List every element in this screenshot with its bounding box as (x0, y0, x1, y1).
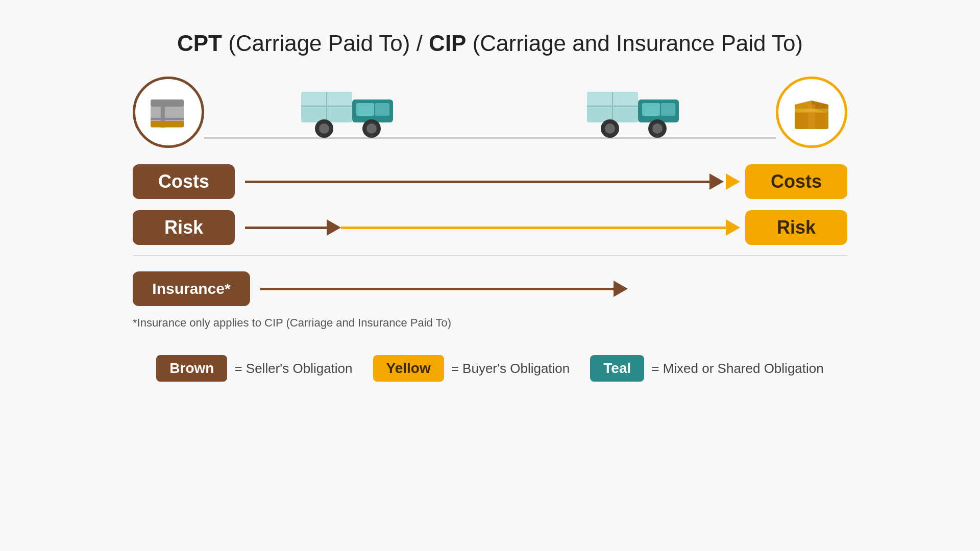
svg-rect-10 (356, 103, 374, 116)
title-cip: CIP (429, 31, 466, 56)
legend-brown-box: Brown (156, 355, 227, 382)
insurance-arrow-row: Insurance* (133, 270, 847, 307)
legend-yellow-box: Yellow (373, 355, 444, 382)
svg-rect-2 (151, 118, 184, 120)
risk-right-label: Risk (745, 210, 847, 245)
legend-brown-desc: = Seller's Obligation (234, 361, 352, 377)
risk-line-yellow (341, 227, 726, 229)
title-cip-desc: (Carriage and Insurance Paid To) (466, 31, 803, 56)
costs-line-brown (245, 181, 709, 183)
page-title: CPT (Carriage Paid To) / CIP (Carriage a… (177, 31, 803, 56)
icon-row (133, 77, 847, 148)
svg-point-26 (652, 123, 663, 134)
costs-left-label: Costs (133, 164, 235, 199)
truck-right-icon (582, 82, 684, 143)
main-diagram: Costs Costs Risk (133, 77, 847, 330)
title-cpt: CPT (177, 31, 222, 56)
risk-arrow-container (235, 209, 740, 246)
seller-box-icon (145, 89, 191, 135)
svg-rect-4 (151, 121, 184, 127)
risk-arrowhead-mid (327, 219, 341, 236)
svg-point-24 (605, 123, 615, 134)
costs-right-label: Costs (745, 164, 847, 199)
insurance-note: *Insurance only applies to CIP (Carriage… (133, 316, 847, 330)
insurance-left-label: Insurance* (133, 271, 250, 306)
svg-rect-22 (661, 103, 675, 116)
title-cpt-desc: (Carriage Paid To) / (222, 31, 429, 56)
legend-yellow-desc: = Buyer's Obligation (451, 361, 570, 377)
insurance-arrow-container (250, 270, 847, 307)
truck-road (204, 77, 776, 148)
svg-rect-11 (375, 103, 389, 116)
buyer-box-icon (789, 89, 835, 135)
svg-point-15 (366, 123, 377, 134)
legend-teal-desc: = Mixed or Shared Obligation (651, 361, 823, 377)
risk-arrow (245, 219, 740, 236)
risk-left-label: Risk (133, 210, 235, 245)
legend-item-teal: Teal = Mixed or Shared Obligation (590, 355, 823, 382)
legend-teal-box: Teal (590, 355, 644, 382)
insurance-arrowhead (614, 281, 628, 297)
insurance-line-brown (260, 288, 614, 290)
costs-arrow-row: Costs Costs (133, 163, 847, 200)
legend-item-brown: Brown = Seller's Obligation (156, 355, 352, 382)
svg-rect-32 (795, 109, 828, 112)
svg-point-13 (319, 123, 329, 134)
costs-arrow-container (235, 163, 740, 200)
seller-icon-circle (133, 77, 204, 148)
costs-arrowhead-yellow (726, 173, 740, 190)
costs-arrowhead-brown (709, 173, 724, 190)
legend-item-yellow: Yellow = Buyer's Obligation (373, 355, 570, 382)
truck-left-icon (296, 82, 398, 143)
risk-arrowhead-yellow (726, 219, 740, 236)
svg-rect-31 (808, 105, 815, 129)
road-line (204, 137, 776, 139)
buyer-icon-circle (776, 77, 847, 148)
svg-rect-21 (642, 103, 660, 116)
section-divider (133, 255, 847, 256)
insurance-arrow (260, 281, 628, 297)
arrows-section: Costs Costs Risk (133, 163, 847, 330)
legend: Brown = Seller's Obligation Yellow = Buy… (156, 355, 823, 382)
costs-arrow (245, 173, 740, 190)
risk-line-brown (245, 227, 327, 229)
risk-arrow-row: Risk Risk (133, 209, 847, 246)
svg-rect-1 (151, 99, 184, 107)
